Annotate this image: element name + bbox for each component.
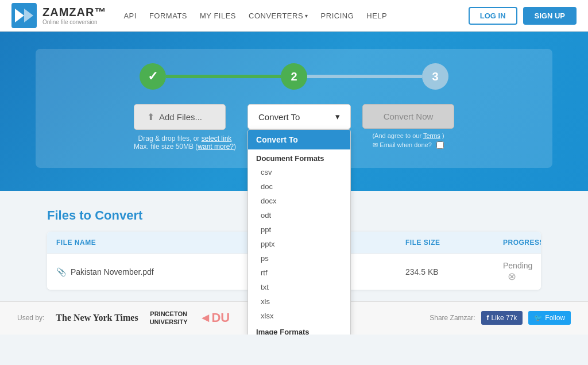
col-header-progress: PROGRESS bbox=[503, 239, 532, 247]
twitter-icon: 🐦 bbox=[534, 314, 543, 322]
brand-princeton: PRINCETONUNIVERSITY bbox=[150, 310, 188, 326]
format-ps[interactable]: ps bbox=[248, 251, 350, 266]
section-title-colored: Convert bbox=[95, 208, 142, 222]
step-line-2 bbox=[307, 75, 422, 78]
nav-api[interactable]: API bbox=[123, 11, 136, 20]
format-xls[interactable]: xls bbox=[248, 294, 350, 309]
nav-converters[interactable]: CONVERTERS ▾ bbox=[249, 11, 308, 20]
share-area: Share Zamzar: f Like 77k 🐦 Follow bbox=[430, 311, 571, 325]
select-link[interactable]: select link bbox=[202, 135, 232, 143]
share-label: Share Zamzar: bbox=[430, 314, 475, 322]
add-files-button[interactable]: ⬆ Add Files... bbox=[134, 104, 226, 130]
convert-to-wrapper: Convert To ▾ Convert To Document Formats… bbox=[247, 104, 351, 129]
file-progress: Pending ⊗ bbox=[503, 261, 532, 283]
remove-file-button[interactable]: ⊗ bbox=[508, 270, 516, 283]
login-button[interactable]: LOG IN bbox=[469, 7, 517, 25]
hero-section: ✓ 2 3 ⬆ Add Files... Drag & drop files, … bbox=[0, 32, 588, 191]
steps-indicator: ✓ 2 3 bbox=[53, 63, 535, 90]
step-line-1 bbox=[166, 75, 281, 78]
logo-text: ZAMZAR™ Online file conversion bbox=[42, 6, 106, 25]
nav-help[interactable]: HELP bbox=[366, 11, 387, 20]
email-checkbox[interactable] bbox=[436, 141, 444, 149]
format-rtf[interactable]: rtf bbox=[248, 266, 350, 280]
upload-icon: ⬆ bbox=[147, 112, 154, 122]
convert-to-dropdown[interactable]: Convert To Document Formats csv doc docx… bbox=[247, 129, 351, 335]
format-ppt[interactable]: ppt bbox=[248, 222, 350, 237]
used-by-label: Used by: bbox=[17, 314, 44, 322]
convert-now-wrapper: Convert Now (And agree to our Terms ) ✉ … bbox=[362, 104, 454, 149]
brand-name: ZAMZAR™ bbox=[42, 6, 106, 19]
convert-now-button[interactable]: Convert Now bbox=[362, 104, 454, 129]
file-size: 234.5 KB bbox=[405, 267, 497, 276]
max-size-text: Max. file size 50MB (want more?) bbox=[134, 143, 236, 151]
converters-chevron-icon: ▾ bbox=[305, 13, 308, 19]
document-formats-label: Document Formats bbox=[248, 149, 350, 165]
format-txt[interactable]: txt bbox=[248, 280, 350, 294]
brand-nyt: The New York Times bbox=[56, 313, 138, 323]
brand-du: ◄DU bbox=[199, 310, 230, 325]
facebook-icon: f bbox=[487, 314, 489, 322]
format-odt[interactable]: odt bbox=[248, 208, 350, 222]
file-name: Pakistan November.pdf bbox=[71, 267, 154, 276]
logo-area: ZAMZAR™ Online file conversion bbox=[11, 3, 106, 28]
image-formats-label: Image Formats bbox=[248, 323, 350, 335]
step-2-circle: 2 bbox=[281, 63, 307, 90]
brand-subtitle: Online file conversion bbox=[42, 19, 106, 25]
nav-pricing[interactable]: PRICING bbox=[321, 11, 354, 20]
convert-to-button[interactable]: Convert To ▾ bbox=[247, 104, 351, 129]
header-actions: LOG IN SIGN UP bbox=[469, 7, 577, 25]
step-3-circle: 3 bbox=[422, 63, 448, 90]
step-1-circle: ✓ bbox=[140, 63, 166, 90]
dropdown-header: Convert To bbox=[248, 130, 350, 149]
signup-button[interactable]: SIGN UP bbox=[523, 7, 577, 25]
format-pptx[interactable]: pptx bbox=[248, 237, 350, 251]
email-when-done: ✉ Email when done? bbox=[362, 141, 454, 149]
nav-formats[interactable]: FORMATS bbox=[149, 11, 187, 20]
format-doc[interactable]: doc bbox=[248, 179, 350, 194]
nav-my-files[interactable]: MY FILES bbox=[200, 11, 236, 20]
controls-row: ⬆ Add Files... Drag & drop files, or sel… bbox=[53, 104, 535, 151]
format-xlsx[interactable]: xlsx bbox=[248, 309, 350, 323]
want-more-link[interactable]: want more? bbox=[198, 143, 234, 151]
format-docx[interactable]: docx bbox=[248, 194, 350, 208]
add-files-wrapper: ⬆ Add Files... Drag & drop files, or sel… bbox=[134, 104, 236, 151]
used-by-section: Used by: The New York Times PRINCETONUNI… bbox=[17, 310, 230, 326]
main-nav: API FORMATS MY FILES CONVERTERS ▾ PRICIN… bbox=[123, 11, 468, 20]
hero-inner: ✓ 2 3 ⬆ Add Files... Drag & drop files, … bbox=[36, 49, 552, 168]
dropdown-chevron-icon: ▾ bbox=[335, 112, 340, 122]
col-header-filesize: FILE SIZE bbox=[405, 239, 497, 247]
format-csv[interactable]: csv bbox=[248, 165, 350, 179]
terms-link[interactable]: Terms bbox=[423, 132, 440, 139]
terms-text: (And agree to our Terms ) bbox=[362, 132, 454, 139]
twitter-follow-button[interactable]: 🐦 Follow bbox=[528, 311, 571, 325]
facebook-like-button[interactable]: f Like 77k bbox=[481, 311, 523, 325]
header: ZAMZAR™ Online file conversion API FORMA… bbox=[0, 0, 588, 32]
paperclip-icon: 📎 bbox=[56, 267, 66, 276]
drag-drop-text: Drag & drop files, or select link Max. f… bbox=[134, 135, 236, 151]
zamzar-logo-icon bbox=[11, 3, 37, 28]
checkmark-icon: ✓ bbox=[148, 69, 158, 84]
